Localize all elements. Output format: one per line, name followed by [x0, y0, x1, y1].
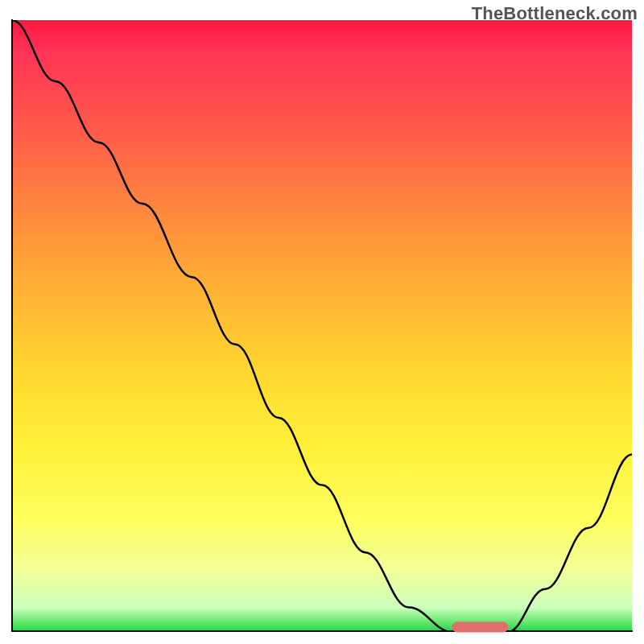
chart-background-gradient — [12, 20, 632, 632]
x-axis-line — [11, 630, 633, 632]
chart-optimum-marker — [452, 621, 508, 632]
watermark-text: TheBottleneck.com — [472, 3, 638, 24]
y-axis-line — [11, 19, 13, 632]
chart-plot-area — [12, 20, 632, 632]
